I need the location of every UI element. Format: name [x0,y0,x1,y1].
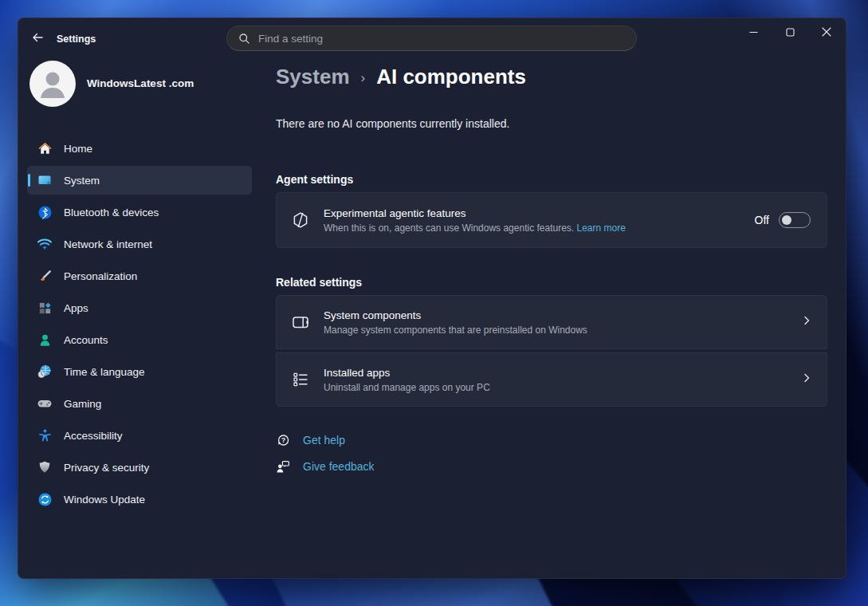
sidebar-item-time-language[interactable]: Time & language [27,357,252,386]
give-feedback-icon [276,459,290,474]
search-icon [238,33,250,45]
sidebar-item-gaming[interactable]: Gaming [27,389,252,418]
brush-icon [37,268,53,284]
apps-icon [37,300,53,316]
app-title: Settings [57,33,96,45]
sidebar-item-home[interactable]: Home [27,134,252,163]
sidebar-item-network-internet[interactable]: Network & internet [27,230,252,258]
sidebar-item-label: Gaming [64,398,101,410]
breadcrumb: System › AI components [276,65,526,89]
sidebar-item-apps[interactable]: Apps [27,293,252,322]
get-help-link[interactable]: Get help [303,434,345,447]
sidebar-item-label: System [64,175,100,187]
setting-title: Experimental agentic features [324,207,626,219]
card-description: Uninstall and manage apps on your PC [324,382,490,393]
learn-more-link[interactable]: Learn more [577,222,626,234]
sidebar-item-label: Time & language [64,366,145,378]
accounts-icon [37,332,53,348]
accessibility-icon [37,427,53,443]
gamepad-icon [37,395,53,411]
minimize-button[interactable] [735,18,772,45]
system-components-card[interactable]: System components Manage system componen… [276,295,827,349]
account-name: WindowsLatest .com [87,77,194,89]
back-button[interactable] [26,29,49,49]
sidebar-item-label: Network & internet [64,238,152,250]
search-box[interactable] [226,26,637,51]
sidebar-item-label: Windows Update [64,494,145,506]
agent-settings-header: Agent settings [276,173,353,186]
related-settings-header: Related settings [276,276,362,289]
sidebar-item-label: Apps [64,302,88,314]
empty-state-text: There are no AI components currently ins… [276,117,509,130]
sidebar-item-windows-update[interactable]: Windows Update [27,485,252,514]
get-help-icon: ? [276,433,290,447]
agentic-features-icon [290,210,311,230]
system-icon [37,172,53,188]
sidebar-item-label: Accounts [64,334,108,346]
chevron-right-icon [801,315,812,329]
close-button[interactable] [808,18,845,45]
chevron-right-icon [801,372,812,387]
sidebar-nav: Home System Bluetooth & devices Network … [27,134,261,517]
sidebar-item-accessibility[interactable]: Accessibility [27,421,252,450]
toggle-knob [782,215,791,225]
get-help-row: ? Get help [276,433,345,447]
home-icon [37,140,53,156]
breadcrumb-separator-icon: › [361,70,366,86]
system-components-icon [290,312,311,333]
agentic-features-toggle[interactable] [779,212,811,228]
sidebar-item-label: Personalization [64,270,137,282]
setting-description: When this is on, agents can use Windows … [324,222,626,234]
back-arrow-icon [31,31,44,47]
avatar[interactable] [29,61,76,107]
page-title: AI components [376,65,526,89]
sidebar-item-label: Accessibility [64,430,123,442]
installed-apps-icon [290,369,311,390]
breadcrumb-system[interactable]: System [276,65,350,89]
sidebar-item-bluetooth-devices[interactable]: Bluetooth & devices [27,198,252,226]
windows-update-icon [37,491,53,507]
wifi-icon [37,236,53,252]
give-feedback-row: Give feedback [276,459,375,474]
bluetooth-icon [37,204,53,220]
shield-icon [37,459,53,475]
maximize-button[interactable] [772,18,808,45]
experimental-agentic-features-card: Experimental agentic features When this … [276,192,827,248]
search-input[interactable] [258,33,625,45]
sidebar-item-label: Home [64,143,92,155]
toggle-state-label: Off [755,214,769,226]
sidebar-item-label: Bluetooth & devices [64,207,159,218]
give-feedback-link[interactable]: Give feedback [303,460,375,473]
sidebar-item-accounts[interactable]: Accounts [27,325,252,354]
settings-window: Settings WindowsLatest .com Home [18,18,846,579]
svg-text:?: ? [281,436,285,444]
sidebar-item-label: Privacy & security [64,462,149,474]
card-title: System components [324,309,587,321]
time-language-icon [37,364,53,380]
sidebar-item-privacy-security[interactable]: Privacy & security [27,453,252,482]
sidebar-item-system[interactable]: System [27,166,252,195]
card-title: Installed apps [324,367,490,379]
card-description: Manage system components that are preins… [324,325,587,336]
installed-apps-card[interactable]: Installed apps Uninstall and manage apps… [276,352,827,407]
sidebar-item-personalization[interactable]: Personalization [27,262,252,290]
person-icon [29,61,76,107]
